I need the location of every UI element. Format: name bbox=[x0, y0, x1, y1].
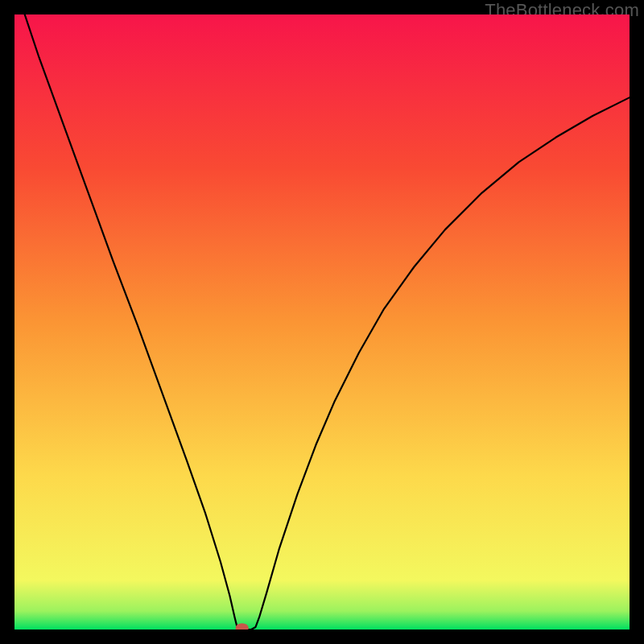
gradient-background bbox=[14, 14, 630, 630]
chart-svg bbox=[14, 14, 630, 630]
plot-frame bbox=[14, 14, 630, 630]
